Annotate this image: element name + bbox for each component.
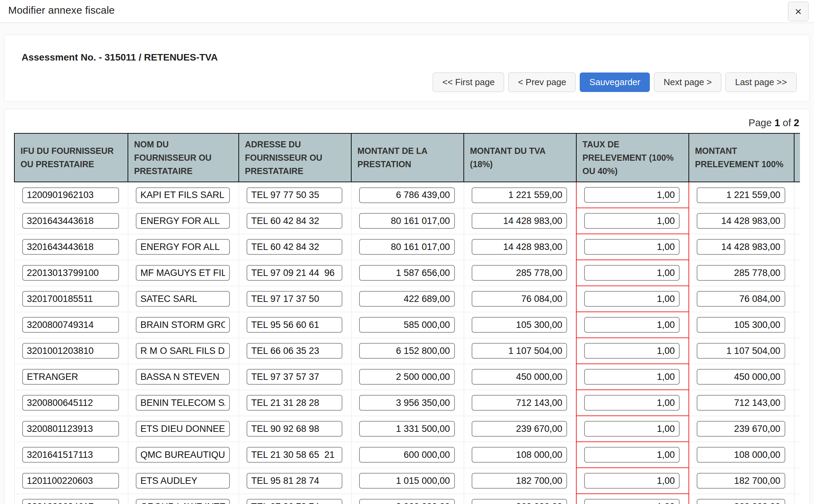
modal-titlebar: Modifier annexe fiscale × (0, 0, 814, 23)
montant-tva-input[interactable] (472, 343, 567, 359)
adresse-input[interactable] (247, 473, 342, 489)
montant-prestation-input[interactable] (359, 317, 455, 333)
taux-input[interactable] (584, 291, 680, 307)
montant-prelevement-input[interactable] (697, 447, 785, 463)
adresse-input[interactable] (247, 317, 342, 333)
adresse-input[interactable] (247, 213, 342, 229)
montant-prelevement-input[interactable] (697, 343, 785, 359)
save-button[interactable]: Sauvegarder (580, 72, 650, 92)
nom-input[interactable] (136, 421, 230, 437)
adresse-input[interactable] (247, 369, 342, 385)
taux-input[interactable] (584, 343, 680, 359)
adresse-input[interactable] (247, 447, 342, 463)
adresse-input[interactable] (247, 265, 342, 281)
montant-tva-input[interactable] (472, 421, 567, 437)
montant-tva-input[interactable] (472, 187, 567, 203)
adresse-input[interactable] (247, 421, 342, 437)
nom-input[interactable] (136, 447, 230, 463)
prev-page-button[interactable]: < Prev page (508, 72, 576, 92)
montant-prestation-input[interactable] (359, 473, 455, 489)
montant-prelevement-input[interactable] (697, 473, 785, 489)
nom-input[interactable] (136, 239, 230, 255)
montant-prestation-input[interactable] (359, 239, 455, 255)
montant-prestation-input[interactable] (359, 213, 455, 229)
taux-input[interactable] (584, 473, 680, 489)
montant-tva-input[interactable] (472, 239, 567, 255)
nom-input[interactable] (136, 369, 230, 385)
montant-prestation-input[interactable] (359, 187, 455, 203)
adresse-input[interactable] (247, 291, 342, 307)
page-indicator-of: of (783, 117, 791, 128)
montant-prestation-input[interactable] (359, 291, 455, 307)
montant-prestation-input[interactable] (359, 343, 455, 359)
taux-input[interactable] (584, 369, 680, 385)
montant-prelevement-input[interactable] (697, 239, 785, 255)
montant-prelevement-input[interactable] (697, 499, 785, 504)
adresse-input[interactable] (247, 239, 342, 255)
taux-input[interactable] (584, 213, 680, 229)
adresse-input[interactable] (247, 343, 342, 359)
close-button[interactable]: × (788, 2, 809, 21)
montant-tva-input[interactable] (472, 369, 567, 385)
last-page-button[interactable]: Last page >> (725, 72, 797, 92)
montant-tva-input[interactable] (472, 213, 567, 229)
taux-input[interactable] (584, 265, 680, 281)
montant-prestation-input[interactable] (359, 395, 455, 411)
nom-input[interactable] (136, 213, 230, 229)
montant-prestation-input[interactable] (359, 369, 455, 385)
ifu-input[interactable] (22, 187, 119, 203)
adresse-input[interactable] (247, 187, 342, 203)
taux-input[interactable] (584, 395, 680, 411)
montant-prestation-input[interactable] (359, 447, 455, 463)
ifu-input[interactable] (22, 265, 119, 281)
ifu-input[interactable] (22, 421, 119, 437)
montant-prelevement-input[interactable] (697, 421, 785, 437)
adresse-input[interactable] (247, 395, 342, 411)
montant-tva-input[interactable] (472, 317, 567, 333)
ifu-input[interactable] (22, 239, 119, 255)
montant-tva-input[interactable] (472, 265, 567, 281)
taux-input[interactable] (584, 421, 680, 437)
montant-prelevement-input[interactable] (697, 369, 785, 385)
nom-input[interactable] (136, 395, 230, 411)
table-header-row: IFU DU FOURNISSEUR OU PRESTATAIRE NOM DU… (14, 133, 800, 182)
montant-prestation-input[interactable] (359, 499, 455, 504)
montant-tva-input[interactable] (472, 395, 567, 411)
nom-input[interactable] (136, 499, 230, 504)
montant-prestation-input[interactable] (359, 265, 455, 281)
montant-tva-input[interactable] (472, 473, 567, 489)
ifu-input[interactable] (22, 447, 119, 463)
ifu-input[interactable] (22, 317, 119, 333)
taux-input[interactable] (584, 317, 680, 333)
ifu-input[interactable] (22, 473, 119, 489)
nom-input[interactable] (136, 291, 230, 307)
montant-prelevement-input[interactable] (697, 395, 785, 411)
taux-input[interactable] (584, 447, 680, 463)
ifu-input[interactable] (22, 291, 119, 307)
montant-prelevement-input[interactable] (697, 187, 785, 203)
montant-prelevement-input[interactable] (697, 265, 785, 281)
montant-tva-input[interactable] (472, 291, 567, 307)
first-page-button[interactable]: << First page (433, 72, 504, 92)
taux-input[interactable] (584, 187, 680, 203)
montant-tva-input[interactable] (472, 447, 567, 463)
nom-input[interactable] (136, 317, 230, 333)
montant-prestation-input[interactable] (359, 421, 455, 437)
next-page-button[interactable]: Next page > (654, 72, 721, 92)
montant-prelevement-input[interactable] (697, 317, 785, 333)
taux-input[interactable] (584, 499, 680, 504)
nom-input[interactable] (136, 473, 230, 489)
montant-tva-input[interactable] (472, 499, 567, 504)
montant-prelevement-input[interactable] (697, 213, 785, 229)
montant-prelevement-input[interactable] (697, 291, 785, 307)
ifu-input[interactable] (22, 395, 119, 411)
ifu-input[interactable] (22, 213, 119, 229)
ifu-input[interactable] (22, 369, 119, 385)
nom-input[interactable] (136, 187, 230, 203)
adresse-input[interactable] (247, 499, 342, 504)
nom-input[interactable] (136, 265, 230, 281)
ifu-input[interactable] (22, 499, 119, 504)
taux-input[interactable] (584, 239, 680, 255)
ifu-input[interactable] (22, 343, 119, 359)
nom-input[interactable] (136, 343, 230, 359)
